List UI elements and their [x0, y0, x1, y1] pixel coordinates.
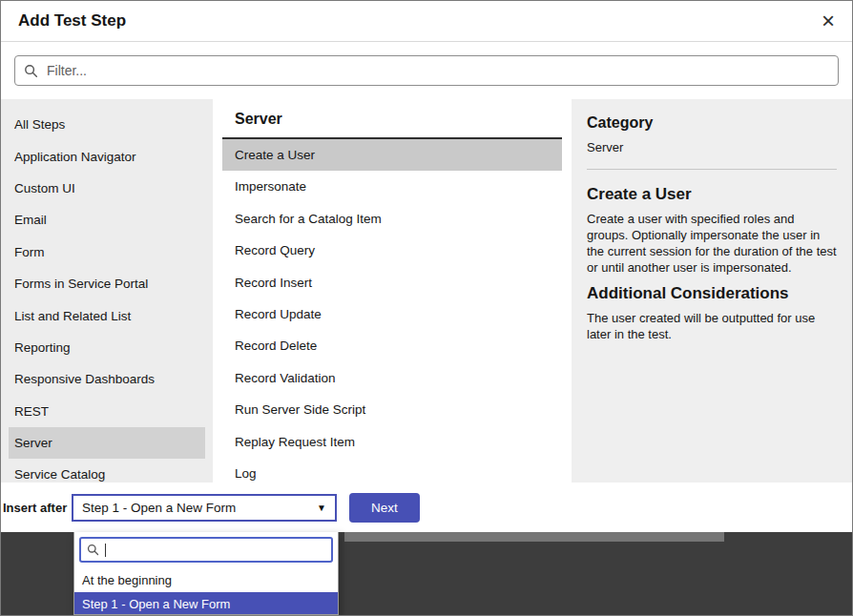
- background-page-element: [344, 532, 724, 542]
- sidebar-item-list-and-related-list[interactable]: List and Related List: [9, 299, 205, 331]
- modal-body: All StepsApplication NavigatorCustom UIE…: [1, 99, 852, 483]
- category-sidebar: All StepsApplication NavigatorCustom UIE…: [1, 99, 213, 483]
- add-test-step-modal: Add Test Step × All StepsApplication Nav…: [1, 1, 852, 532]
- sidebar-item-email[interactable]: Email: [9, 204, 205, 236]
- step-item-record-delete[interactable]: Record Delete: [222, 330, 562, 361]
- modal-header: Add Test Step ×: [1, 1, 852, 42]
- sidebar-item-all-steps[interactable]: All Steps: [9, 109, 205, 140]
- sidebar-item-custom-ui[interactable]: Custom UI: [9, 173, 205, 204]
- next-button[interactable]: Next: [349, 493, 420, 523]
- step-item-impersonate[interactable]: Impersonate: [222, 171, 562, 202]
- step-detail-title: Create a User: [587, 185, 837, 204]
- step-description: Create a user with specified roles and g…: [587, 211, 837, 277]
- modal-footer: Insert after Step 1 - Open a New Form ▼ …: [1, 483, 852, 532]
- insert-after-dropdown: At the beginningStep 1 - Open a New Form: [73, 532, 339, 615]
- insert-after-select-value: Step 1 - Open a New Form: [82, 501, 236, 515]
- step-item-record-validation[interactable]: Record Validation: [222, 362, 562, 394]
- dropdown-option-at-the-beginning[interactable]: At the beginning: [74, 568, 338, 592]
- sidebar-item-service-catalog[interactable]: Service Catalog: [9, 459, 205, 483]
- close-icon[interactable]: ×: [822, 10, 835, 32]
- sidebar-item-form[interactable]: Form: [9, 236, 205, 268]
- category-heading: Category: [587, 114, 837, 132]
- dropdown-option-list: At the beginningStep 1 - Open a New Form: [74, 568, 338, 615]
- step-item-run-server-side-script[interactable]: Run Server Side Script: [222, 394, 562, 425]
- step-item-create-a-user[interactable]: Create a User: [222, 139, 562, 171]
- details-panel: Category Server Create a User Create a u…: [572, 99, 852, 483]
- search-icon: [24, 64, 38, 78]
- step-list-heading: Server: [222, 99, 562, 139]
- step-list: Create a UserImpersonateSearch for a Cat…: [222, 139, 562, 483]
- chevron-down-icon: ▼: [317, 503, 326, 513]
- sidebar-item-rest[interactable]: REST: [9, 396, 205, 427]
- step-list-panel: Server Create a UserImpersonateSearch fo…: [213, 99, 572, 483]
- step-item-record-update[interactable]: Record Update: [222, 298, 562, 330]
- additional-considerations-heading: Additional Considerations: [587, 284, 837, 303]
- insert-after-label: Insert after: [1, 501, 72, 515]
- dropdown-search-box: [79, 537, 333, 563]
- filter-row: [1, 42, 852, 99]
- additional-considerations-text: The user created will be outputted for u…: [587, 310, 837, 342]
- sidebar-item-server[interactable]: Server: [9, 427, 205, 459]
- filter-input[interactable]: [45, 62, 829, 79]
- dropdown-option-step-1-open-a-new-form[interactable]: Step 1 - Open a New Form: [74, 592, 338, 615]
- sidebar-item-responsive-dashboards[interactable]: Responsive Dashboards: [9, 363, 205, 395]
- sidebar-item-forms-in-service-portal[interactable]: Forms in Service Portal: [9, 268, 205, 299]
- modal-title: Add Test Step: [18, 11, 126, 31]
- filter-box: [14, 55, 839, 86]
- step-item-record-query[interactable]: Record Query: [222, 235, 562, 266]
- dropdown-search-input[interactable]: [106, 542, 325, 558]
- dropdown-search-wrap: [74, 532, 338, 568]
- insert-after-select[interactable]: Step 1 - Open a New Form ▼: [72, 494, 337, 522]
- search-icon: [87, 544, 99, 556]
- details-divider: [587, 169, 837, 170]
- step-item-log[interactable]: Log: [222, 458, 562, 483]
- step-item-record-insert[interactable]: Record Insert: [222, 267, 562, 298]
- category-value: Server: [587, 140, 837, 154]
- step-item-search-for-a-catalog-item[interactable]: Search for a Catalog Item: [222, 203, 562, 235]
- sidebar-item-reporting[interactable]: Reporting: [9, 332, 205, 363]
- sidebar-item-application-navigator[interactable]: Application Navigator: [9, 140, 205, 172]
- step-item-replay-request-item[interactable]: Replay Request Item: [222, 426, 562, 458]
